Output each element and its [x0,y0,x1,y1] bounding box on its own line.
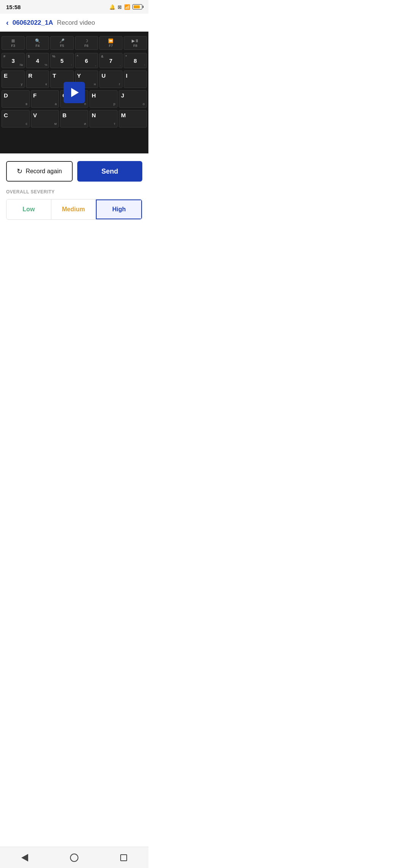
fkey-f6: ☽ F6 [75,36,98,50]
header-title: 06062022_1A [13,19,53,27]
key-u: U г [99,70,123,88]
keyboard-bg: ⊞ F3 🔍 F4 🎤 F5 ☽ F6 ⏪ F7 [0,32,148,153]
key-4: $ 4 % [26,53,49,68]
key-b: B и [60,110,88,128]
key-6: ^ 6 , [75,53,98,68]
severity-high-button[interactable]: High [96,199,142,219]
key-e: E у [2,70,25,88]
fkey-row: ⊞ F3 🔍 F4 🎤 F5 ☽ F6 ⏪ F7 [0,35,148,51]
status-icons: 🔔 ⊠ 📶 [109,4,142,10]
key-v: V м [31,110,59,128]
severity-section: OVERALL SEVERITY Low Medium High [0,189,148,227]
key-3: # 3 № [2,53,25,68]
severity-low-button[interactable]: Low [6,199,51,219]
refresh-icon: ↻ [17,167,22,176]
action-buttons: ↻ Record again Send [0,153,148,189]
close-icon: ⊠ [118,4,122,10]
key-d: D в [2,90,30,108]
key-n: N т [89,110,118,128]
key-h: H р [89,90,118,108]
status-time: 15:58 [6,4,21,10]
header-subtitle: Record video [57,19,95,27]
fkey-f3: ⊞ F3 [2,36,25,50]
video-container[interactable]: ⊞ F3 🔍 F4 🎤 F5 ☽ F6 ⏪ F7 [0,32,148,153]
severity-low-label: Low [22,206,35,213]
severity-high-label: High [112,206,126,213]
mute-icon: 🔔 [109,4,115,10]
number-row: # 3 № $ 4 % % 5 : ^ 6 , [0,52,148,69]
battery-tip [143,6,143,8]
key-j: J о [119,90,147,108]
key-f: F а [31,90,59,108]
fkey-f7: ⏪ F7 [99,36,123,50]
play-button[interactable] [64,82,85,103]
back-button[interactable]: ‹ [6,18,9,27]
key-c: C с [2,110,30,128]
send-label: Send [101,168,118,176]
battery-fill [134,5,140,8]
fkey-f8: ▶⏸ F8 [124,36,147,50]
status-bar: 15:58 🔔 ⊠ 📶 [0,0,148,14]
key-7: & 7 . [99,53,123,68]
severity-medium-label: Medium [62,206,85,213]
fkey-f4: 🔍 F4 [26,36,49,50]
play-icon [71,88,79,97]
fkey-f5: 🎤 F5 [50,36,73,50]
record-again-button[interactable]: ↻ Record again [6,161,73,182]
severity-buttons: Low Medium High [6,199,142,220]
severity-section-label: OVERALL SEVERITY [6,189,142,195]
key-r: R к [26,70,49,88]
wifi-icon: 📶 [124,4,130,10]
key-m: M [119,110,147,128]
letter-row-3: C с V м B и N т M [0,109,148,128]
battery-icon [132,4,142,10]
send-button[interactable]: Send [77,161,142,182]
severity-medium-button[interactable]: Medium [51,199,96,219]
key-8: * 8 : [124,53,147,68]
key-i: I [124,70,147,88]
header: ‹ 06062022_1A Record video [0,14,148,32]
key-5: % 5 : [50,53,73,68]
record-again-label: Record again [25,168,62,175]
